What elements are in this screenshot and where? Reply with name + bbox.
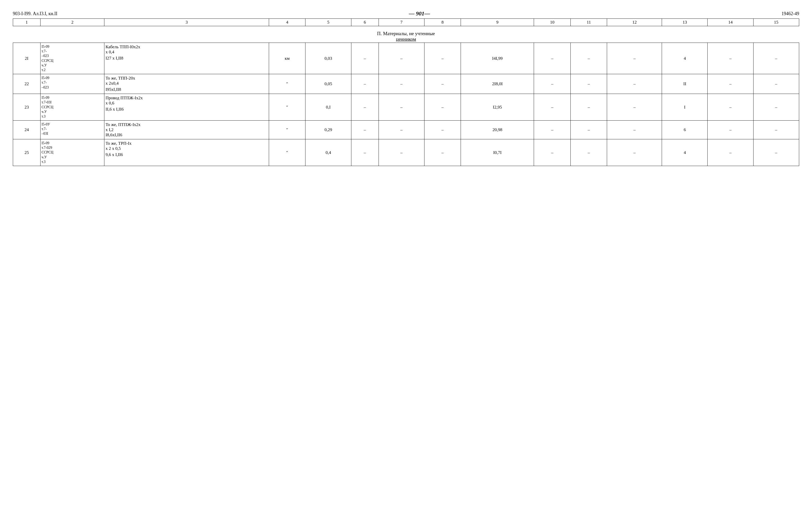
cell-row22-col5: 0,05 [306,74,351,94]
cell-row25-col7: – [379,139,424,166]
cell-row23-col11: – [571,94,607,120]
cell-row23-col5: 0,I [306,94,351,120]
section-header-row: П. Материалы, не учтенные ценником [13,26,799,43]
cell-row21-col2: I5-09 т.7- –023 ССРСЦ ч.У т.2 [40,43,104,74]
cell-row24-col6: – [351,120,379,139]
cell-row24-col8: – [424,120,461,139]
cell-row23-col9: I2,95 [461,94,534,120]
cell-row25-col5: 0,4 [306,139,351,166]
cell-row22-col2: I5-09 т.7- –023 [40,74,104,94]
cell-row24-col7: – [379,120,424,139]
col-header-15: 15 [753,19,799,26]
cell-row24-col10: – [534,120,571,139]
col-header-7: 7 [379,19,424,26]
col-header-4: 4 [269,19,306,26]
cell-row23-col6: – [351,94,379,120]
col-header-10: 10 [534,19,571,26]
cell-row25-col12: – [607,139,662,166]
cell-row23-col3: Провод ПТПЖ-Iх2х х 0,6 II,6 х I,II6 [105,94,269,120]
cell-row24-col5: 0,29 [306,120,351,139]
cell-row24-col11: – [571,120,607,139]
cell-row25-col9: I0,7I [461,139,534,166]
cell-row22-col1: 22 [13,74,40,94]
cell-row21-col9: I4I,99 [461,43,534,74]
cell-row22-col9: 2I8,0I [461,74,534,94]
cell-row21-col13: 4 [662,43,707,74]
table-row: 24 I5-0У т.7- –03I То же, ПТПЖ-Iх2х х I,… [13,120,799,139]
cell-row24-col1: 24 [13,120,40,139]
cell-row21-col3: Кабель ТПП-I0х2х х 0,4 I27 х I,II8 [105,43,269,74]
col-header-12: 12 [607,19,662,26]
col-header-9: 9 [461,19,534,26]
cell-row25-col8: – [424,139,461,166]
section-title: П. Материалы, не учтенные ценником [13,26,799,43]
cell-row23-col12: – [607,94,662,120]
cell-row23-col15: – [753,94,799,120]
cell-row25-col3: То же, ТРП-Iх х 2 х 0,5 9,6 х I,II6 [105,139,269,166]
cell-row23-col7: – [379,94,424,120]
cell-row22-col7: – [379,74,424,94]
col-header-6: 6 [351,19,379,26]
cell-row21-col12: – [607,43,662,74]
cell-row21-col14: – [707,43,753,74]
table-row: 2I I5-09 т.7- –023 ССРСЦ ч.У т.2 Кабель … [13,43,799,74]
header-right: 19462-49 [781,11,799,17]
cell-row25-col11: – [571,139,607,166]
cell-row25-col13: 4 [662,139,707,166]
cell-row25-col2: I5-09 т.7-029 ССРСЦ ч.У т.3 [40,139,104,166]
cell-row21-col5: 0,03 [306,43,351,74]
cell-row25-col15: – [753,139,799,166]
cell-row25-col6: – [351,139,379,166]
cell-row24-col3: То же, ПТПЖ-Iх2х х I,2 I8,6хI,II6 [105,120,269,139]
cell-row21-col8: – [424,43,461,74]
cell-row22-col4: ″ [269,74,306,94]
cell-row23-col2: I5-09 т.7-03I ССРСЦ ч.У т.3 [40,94,104,120]
header-center: — 901— [409,10,430,17]
cell-row21-col11: – [571,43,607,74]
cell-row22-col8: – [424,74,461,94]
cell-row22-col10: – [534,74,571,94]
col-header-13: 13 [662,19,707,26]
col-header-5: 5 [306,19,351,26]
cell-row21-col4: км [269,43,306,74]
cell-row24-col13: 6 [662,120,707,139]
cell-row21-col6: – [351,43,379,74]
cell-row23-col10: – [534,94,571,120]
section-title-line2: ценником [13,36,799,42]
cell-row21-col1: 2I [13,43,40,74]
column-header-row: 1 2 3 4 5 6 7 8 9 10 11 12 13 14 15 [13,19,799,26]
table-row: 22 I5-09 т.7- –023 То же, ТПП-20х х 2х0,… [13,74,799,94]
cell-row23-col8: – [424,94,461,120]
col-header-2: 2 [40,19,104,26]
cell-row22-col13: II [662,74,707,94]
cell-row22-col14: – [707,74,753,94]
page-header: 903-I-I99. Ал.I3.I, кн.II — 901— 19462-4… [13,10,799,17]
cell-row21-col7: – [379,43,424,74]
col-header-1: 1 [13,19,40,26]
col-header-14: 14 [707,19,753,26]
cell-row21-col15: – [753,43,799,74]
cell-row24-col14: – [707,120,753,139]
cell-row23-col4: ″ [269,94,306,120]
cell-row23-col1: 23 [13,94,40,120]
col-header-3: 3 [105,19,269,26]
cell-row25-col14: – [707,139,753,166]
cell-row25-col1: 25 [13,139,40,166]
cell-row23-col13: I [662,94,707,120]
cell-row25-col10: – [534,139,571,166]
section-title-line1: П. Материалы, не учтенные [13,31,799,36]
cell-row22-col6: – [351,74,379,94]
cell-row23-col14: – [707,94,753,120]
cell-row22-col15: – [753,74,799,94]
cell-row25-col4: ″ [269,139,306,166]
cell-row24-col4: ″ [269,120,306,139]
main-table: 1 2 3 4 5 6 7 8 9 10 11 12 13 14 15 П. М… [13,19,799,166]
table-row: 23 I5-09 т.7-03I ССРСЦ ч.У т.3 Провод ПТ… [13,94,799,120]
col-header-8: 8 [424,19,461,26]
header-left: 903-I-I99. Ал.I3.I, кн.II [13,11,57,17]
cell-row22-col3: То же, ТПП-20х х 2х0,4 I95хI,II8 [105,74,269,94]
cell-row24-col12: – [607,120,662,139]
cell-row21-col10: – [534,43,571,74]
cell-row24-col9: 20,98 [461,120,534,139]
cell-row24-col2: I5-0У т.7- –03I [40,120,104,139]
